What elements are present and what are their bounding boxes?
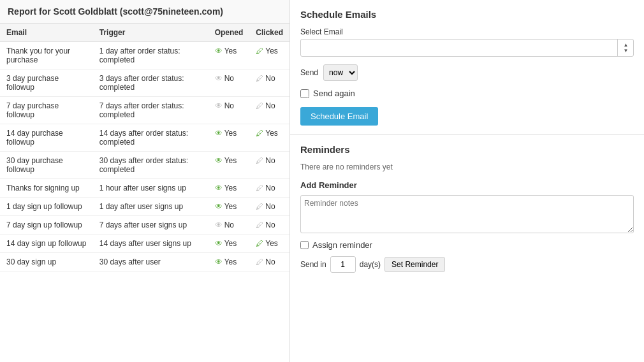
right-panel: Schedule Emails Select Email ▲ ▼ Send no… [290,0,644,362]
eye-icon-off: 👁 [215,221,223,229]
cursor-icon-off: 🖊 [256,202,263,211]
assign-reminder-checkbox[interactable] [300,241,309,249]
cell-clicked: 🖊No [249,97,289,124]
cell-clicked: 🖊No [249,253,289,272]
send-label: Send [300,68,318,77]
reminders-section: Reminders There are no reminders yet Add… [290,135,644,282]
cell-trigger: 1 day after user signs up [93,198,209,216]
send-again-checkbox[interactable] [300,89,309,98]
left-panel: Report for Scott Goldblatt (scott@75nine… [0,0,290,362]
send-again-row: Send again [300,89,634,98]
cursor-icon-off: 🖊 [256,74,263,83]
cell-clicked: 🖊Yes [249,124,289,152]
cell-email: 14 day sign up followup [0,235,93,253]
clicked-value: No [265,101,275,110]
opened-value: Yes [224,47,237,55]
clicked-value: No [265,257,275,266]
cell-email: 7 day purchase followup [0,97,93,124]
eye-icon-off: 👁 [215,101,223,110]
cursor-icon: 🖊 [256,47,263,55]
cell-opened: 👁Yes [209,253,250,272]
opened-value: Yes [224,184,237,192]
cell-clicked: 🖊No [249,69,289,97]
opened-value: Yes [224,257,237,266]
assign-reminder-row: Assign reminder [300,240,634,250]
cell-opened: 👁Yes [209,152,250,179]
eye-icon: 👁 [215,257,223,266]
send-select[interactable]: now later [323,64,358,81]
eye-icon: 👁 [215,156,223,165]
cell-clicked: 🖊No [249,198,289,216]
select-wrapper: ▲ ▼ [300,39,634,57]
clicked-value: No [265,202,275,211]
set-reminder-button[interactable]: Set Reminder [384,257,445,272]
cell-opened: 👁Yes [209,124,250,152]
col-trigger: Trigger [93,24,209,42]
cursor-icon: 🖊 [256,129,263,138]
table-row: 7 day sign up followup7 days after user … [0,216,289,235]
opened-value: Yes [224,202,237,211]
cell-opened: 👁Yes [209,198,250,216]
email-report-table: Email Trigger Opened Clicked Thank you f… [0,24,289,272]
cell-email: Thanks for signing up [0,179,93,198]
schedule-emails-title: Schedule Emails [300,9,634,20]
cell-trigger: 14 days after order status: completed [93,124,209,152]
cell-clicked: 🖊No [249,152,289,179]
cell-email: Thank you for your purchase [0,42,93,69]
cursor-icon-off: 🖊 [256,156,263,165]
opened-value: No [224,101,234,110]
select-email-input[interactable] [300,39,634,57]
table-row: Thank you for your purchase1 day after o… [0,42,289,69]
opened-value: No [224,221,234,229]
cell-opened: 👁No [209,216,250,235]
cell-email: 1 day sign up followup [0,198,93,216]
clicked-value: No [265,74,275,83]
cell-clicked: 🖊No [249,216,289,235]
eye-icon: 👁 [215,202,223,211]
table-row: 3 day purchase followup3 days after orde… [0,69,289,97]
reminders-title: Reminders [300,144,634,155]
cell-trigger: 14 days after user signs up [93,235,209,253]
col-email: Email [0,24,93,42]
eye-icon: 👁 [215,239,223,248]
table-row: 14 day purchase followup14 days after or… [0,124,289,152]
cell-opened: 👁No [209,69,250,97]
opened-value: No [224,74,234,83]
clicked-value: No [265,221,275,229]
eye-icon: 👁 [215,129,223,138]
select-email-row: Select Email ▲ ▼ [300,27,634,57]
cell-trigger: 30 days after user [93,253,209,272]
send-in-row: Send in 1 day(s) Set Reminder [300,256,634,273]
cell-clicked: 🖊Yes [249,235,289,253]
cell-trigger: 7 days after order status: completed [93,97,209,124]
cell-clicked: 🖊Yes [249,42,289,69]
clicked-value: Yes [265,47,278,55]
table-row: 30 day sign up30 days after user👁Yes🖊No [0,253,289,272]
no-reminders-text: There are no reminders yet [300,163,634,171]
table-row: 7 day purchase followup7 days after orde… [0,97,289,124]
report-title: Report for Scott Goldblatt (scott@75nine… [0,0,289,24]
reminder-notes-textarea[interactable] [300,195,634,233]
cursor-icon-off: 🖊 [256,184,263,192]
clicked-value: Yes [265,129,278,138]
clicked-value: No [265,184,275,192]
col-opened: Opened [209,24,250,42]
cell-clicked: 🖊No [249,179,289,198]
cell-opened: 👁No [209,97,250,124]
cell-email: 30 day purchase followup [0,152,93,179]
cell-trigger: 1 day after order status: completed [93,42,209,69]
eye-icon-off: 👁 [215,74,223,83]
cursor-icon: 🖊 [256,239,263,248]
send-row: Send now later [300,64,634,81]
schedule-email-button[interactable]: Schedule Email [300,107,378,126]
cell-opened: 👁Yes [209,42,250,69]
send-in-label: Send in [300,260,326,269]
send-in-input[interactable]: 1 [330,256,356,273]
cursor-icon-off: 🖊 [256,257,263,266]
cell-trigger: 1 hour after user signs up [93,179,209,198]
cell-email: 3 day purchase followup [0,69,93,97]
cell-email: 14 day purchase followup [0,124,93,152]
send-again-label: Send again [313,89,355,98]
table-row: 30 day purchase followup30 days after or… [0,152,289,179]
cell-trigger: 7 days after user signs up [93,216,209,235]
